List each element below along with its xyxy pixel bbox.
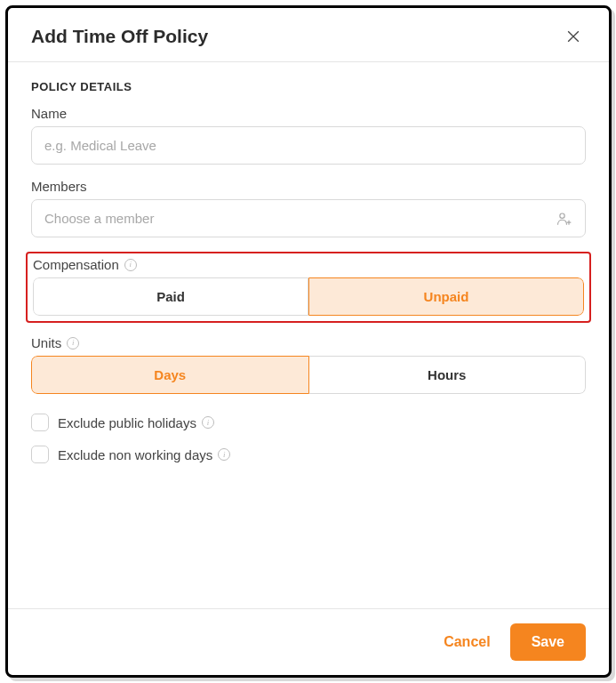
units-days-button[interactable]: Days [31, 356, 309, 394]
info-icon[interactable]: i [124, 259, 137, 271]
add-time-off-policy-modal: Add Time Off Policy POLICY DETAILS Name … [5, 5, 612, 678]
compensation-paid-button[interactable]: Paid [33, 277, 308, 316]
members-label: Members [31, 179, 586, 194]
members-field-group: Members [31, 179, 586, 237]
section-details-title: POLICY DETAILS [31, 80, 586, 93]
compensation-highlight: Compensation i Paid Unpaid [26, 252, 591, 323]
name-label: Name [31, 106, 586, 121]
close-icon [564, 28, 582, 45]
compensation-label-text: Compensation [33, 257, 119, 272]
checkbox-group: Exclude public holidays i Exclude non wo… [31, 414, 586, 463]
exclude-nonworking-row: Exclude non working days i [31, 446, 586, 463]
svg-point-0 [560, 213, 564, 218]
exclude-nonworking-label-text: Exclude non working days [58, 447, 212, 462]
modal-footer: Cancel Save [8, 608, 609, 675]
units-segment: Days Hours [31, 356, 586, 394]
cancel-button[interactable]: Cancel [440, 627, 493, 657]
exclude-nonworking-label: Exclude non working days i [58, 447, 230, 462]
exclude-holidays-label: Exclude public holidays i [58, 415, 214, 430]
compensation-unpaid-button[interactable]: Unpaid [308, 277, 584, 316]
info-icon[interactable]: i [218, 448, 230, 461]
modal-title: Add Time Off Policy [31, 26, 208, 47]
save-button[interactable]: Save [510, 623, 586, 661]
exclude-holidays-row: Exclude public holidays i [31, 414, 586, 431]
modal-header: Add Time Off Policy [8, 8, 609, 62]
exclude-holidays-checkbox[interactable] [31, 414, 49, 431]
units-label-text: Units [31, 335, 61, 350]
compensation-label: Compensation i [33, 257, 584, 272]
members-input[interactable] [31, 199, 586, 237]
info-icon[interactable]: i [202, 416, 214, 429]
modal-body: POLICY DETAILS Name Members Compensa [8, 62, 609, 608]
units-label: Units i [31, 335, 586, 350]
exclude-nonworking-checkbox[interactable] [31, 446, 49, 463]
name-field-group: Name [31, 106, 586, 165]
info-icon[interactable]: i [67, 337, 79, 350]
exclude-holidays-label-text: Exclude public holidays [58, 415, 196, 430]
add-member-icon[interactable] [556, 211, 573, 227]
units-hours-button[interactable]: Hours [309, 356, 587, 394]
close-button[interactable] [561, 24, 586, 49]
compensation-segment: Paid Unpaid [33, 277, 584, 316]
name-input[interactable] [31, 126, 586, 165]
units-field-group: Units i Days Hours [31, 335, 586, 394]
